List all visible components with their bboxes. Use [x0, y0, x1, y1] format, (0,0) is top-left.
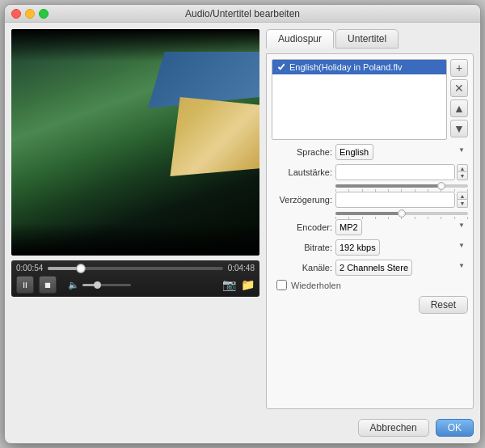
sprache-row: Sprache: English: [272, 144, 468, 160]
lautstaerke-slider-row: [272, 184, 468, 188]
window-controls: [11, 9, 48, 19]
reset-button[interactable]: Reset: [419, 296, 468, 314]
track-list[interactable]: English(Holiday in Poland.flv: [272, 59, 447, 140]
sprache-select[interactable]: English: [335, 144, 373, 160]
remove-track-button[interactable]: ✕: [450, 79, 468, 97]
verzoegerung-spinner: 0.0s ▲ ▼: [335, 192, 468, 208]
wiederholen-label: Wiederholen: [291, 281, 341, 290]
kanaele-label: Kanäle:: [272, 263, 332, 273]
volume-track[interactable]: [82, 284, 131, 286]
folder-icon[interactable]: 📁: [241, 278, 255, 291]
encoder-select[interactable]: MP2: [335, 219, 362, 235]
sprache-label: Sprache:: [272, 147, 332, 157]
verzoegerung-spinner-btns: ▲ ▼: [457, 192, 468, 208]
verzoegerung-up[interactable]: ▲: [457, 192, 468, 200]
track-checkbox[interactable]: [276, 62, 286, 72]
ok-button[interactable]: OK: [436, 419, 474, 437]
pause-button[interactable]: ⏸: [16, 276, 34, 294]
progress-track[interactable]: [48, 267, 222, 270]
track-list-buttons: + ✕ ▲ ▼: [450, 59, 468, 140]
playback-controls: ⏸ ⏹ 🔈 📷 📁: [16, 276, 255, 294]
beach-visual: [160, 97, 259, 176]
right-panel: Audiospur Untertitel English(Holiday in …: [266, 29, 474, 409]
verzoegerung-row: Verzögerung: 0.0s ▲ ▼: [272, 192, 468, 208]
kanaele-select[interactable]: 2 Channels Stere: [335, 260, 412, 276]
volume-thumb[interactable]: [94, 281, 101, 289]
stop-button[interactable]: ⏹: [39, 276, 57, 294]
lautstaerke-label: Lautstärke:: [272, 167, 332, 177]
verzoegerung-input[interactable]: 0.0s: [335, 192, 455, 208]
encoder-row: Encoder: MP2: [272, 219, 468, 235]
sprache-select-wrapper: English: [335, 144, 468, 160]
video-placeholder: [11, 29, 259, 256]
lautstaerke-up[interactable]: ▲: [457, 164, 468, 172]
track-list-container: English(Holiday in Poland.flv + ✕ ▲ ▼: [272, 59, 468, 140]
volume-section: 🔈: [68, 280, 131, 290]
progress-thumb[interactable]: [76, 264, 86, 273]
cam-icons: 📷 📁: [222, 278, 255, 291]
time-total: 0:04:48: [228, 264, 255, 273]
kanaele-row: Kanäle: 2 Channels Stere: [272, 260, 468, 276]
lautstaerke-slider-fill: [335, 184, 441, 188]
abbrechen-button[interactable]: Abbrechen: [358, 419, 429, 437]
lautstaerke-row: Lautstärke: 100% ▲ ▼: [272, 164, 468, 180]
video-overlay-bottom: [11, 223, 259, 256]
tab-audiospur[interactable]: Audiospur: [266, 29, 334, 49]
wiederholen-row: Wiederholen: [272, 280, 468, 290]
move-up-button[interactable]: ▲: [450, 99, 468, 117]
verzoegerung-slider-row: [272, 212, 468, 215]
move-down-button[interactable]: ▼: [450, 120, 468, 137]
bitrate-select[interactable]: 192 kbps: [335, 239, 380, 256]
main-content: 0:00:54 0:04:48 ⏸ ⏹ 🔈: [5, 23, 480, 416]
lautstaerke-input[interactable]: 100%: [335, 164, 455, 180]
verzoegerung-down[interactable]: ▼: [457, 200, 468, 208]
controls-bar: 0:00:54 0:04:48 ⏸ ⏹ 🔈: [11, 260, 259, 297]
encoder-label: Encoder:: [272, 222, 332, 232]
tab-untertitel[interactable]: Untertitel: [335, 29, 399, 49]
encoder-select-wrapper: MP2: [335, 219, 468, 235]
time-current: 0:00:54: [16, 264, 43, 273]
tab-row: Audiospur Untertitel: [266, 29, 474, 49]
footer-buttons: Abbrechen OK: [5, 416, 480, 443]
close-button[interactable]: [11, 9, 21, 19]
lautstaerke-ticks: [335, 189, 468, 192]
progress-container: 0:00:54 0:04:48: [16, 264, 255, 273]
maximize-button[interactable]: [39, 9, 48, 19]
minimize-button[interactable]: [25, 9, 35, 19]
wiederholen-checkbox[interactable]: [276, 280, 287, 290]
lautstaerke-spinner: 100% ▲ ▼: [335, 164, 468, 180]
bitrate-select-wrapper: 192 kbps: [335, 239, 468, 256]
lautstaerke-down[interactable]: ▼: [457, 172, 468, 180]
bitrate-row: Bitrate: 192 kbps: [272, 239, 468, 256]
lautstaerke-spinner-btns: ▲ ▼: [457, 164, 468, 180]
track-label: English(Holiday in Poland.flv: [289, 62, 402, 72]
lautstaerke-slider[interactable]: [335, 184, 468, 188]
verzoegerung-label: Verzögerung:: [272, 195, 332, 205]
screenshot-icon[interactable]: 📷: [222, 278, 236, 291]
reset-row: Reset: [272, 296, 468, 314]
bitrate-label: Bitrate:: [272, 243, 332, 252]
kanaele-select-wrapper: 2 Channels Stere: [335, 260, 468, 276]
add-track-button[interactable]: +: [450, 59, 468, 77]
title-bar: Audio/Untertitel bearbeiten: [5, 5, 480, 23]
window-title: Audio/Untertitel bearbeiten: [185, 8, 300, 19]
verzoegerung-slider[interactable]: [335, 212, 468, 215]
tab-content-audiospur: English(Holiday in Poland.flv + ✕ ▲ ▼ Sp…: [266, 53, 474, 409]
video-area: [11, 29, 259, 256]
volume-icon: 🔈: [68, 280, 79, 290]
track-item[interactable]: English(Holiday in Poland.flv: [272, 60, 446, 74]
left-panel: 0:00:54 0:04:48 ⏸ ⏹ 🔈: [11, 29, 259, 409]
main-window: Audio/Untertitel bearbeiten 0:00:54: [4, 4, 481, 444]
verzoegerung-slider-fill: [335, 212, 402, 215]
